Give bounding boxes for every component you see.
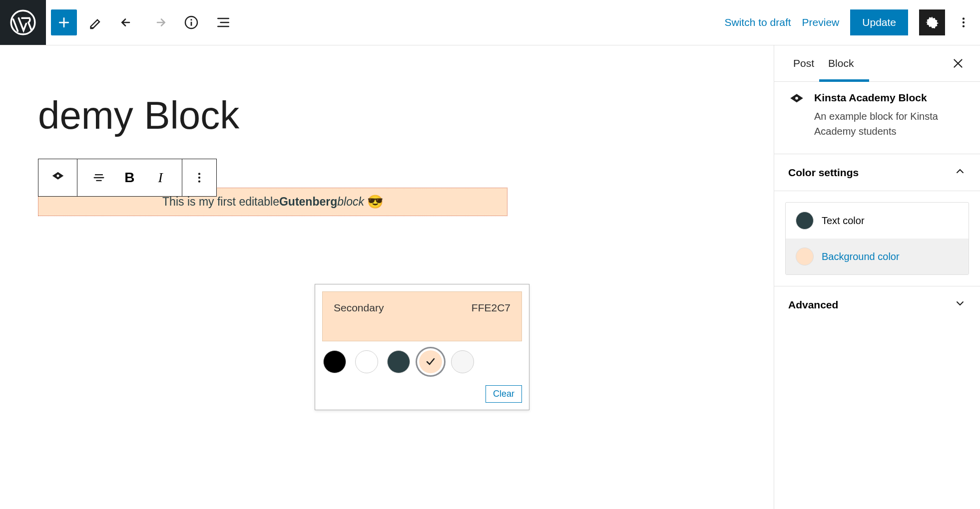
block-text-prefix: This is my first editable — [162, 195, 279, 209]
svg-point-2 — [190, 19, 192, 20]
toolbar-left — [0, 0, 237, 45]
text-format-group: B I — [77, 159, 182, 196]
chevron-up-icon — [954, 165, 966, 180]
undo-button[interactable] — [114, 9, 141, 36]
background-color-item[interactable]: Background color — [786, 239, 969, 274]
swatch-dark-teal[interactable] — [387, 350, 410, 373]
sidebar-tabs: Post Block — [774, 45, 980, 82]
svg-point-11 — [795, 97, 798, 100]
post-title[interactable]: demy Block — [38, 93, 239, 138]
info-button[interactable] — [178, 9, 205, 36]
block-text-italic: block — [337, 195, 364, 209]
more-options-button[interactable] — [956, 10, 971, 35]
block-formatting-toolbar: B I — [38, 159, 217, 197]
bold-button[interactable]: B — [119, 168, 139, 188]
svg-point-6 — [963, 25, 965, 27]
update-button[interactable]: Update — [850, 9, 908, 35]
edit-mode-button[interactable] — [82, 9, 109, 36]
outline-button[interactable] — [210, 9, 237, 36]
color-swatch-list — [322, 348, 522, 375]
block-description: An example block for Kinsta Academy stud… — [814, 109, 965, 139]
text-color-item[interactable]: Text color — [786, 203, 969, 239]
sunglasses-emoji-icon: 😎 — [367, 194, 383, 210]
switch-to-draft-button[interactable]: Switch to draft — [725, 16, 791, 28]
svg-point-9 — [198, 177, 200, 179]
text-color-label: Text color — [822, 215, 865, 227]
swatch-light-grey[interactable] — [451, 350, 474, 373]
background-color-label: Background color — [822, 251, 900, 262]
color-name-label: Secondary — [334, 302, 384, 314]
redo-button — [146, 9, 173, 36]
diamond-icon — [788, 92, 805, 139]
tab-block[interactable]: Block — [821, 45, 861, 81]
block-name: Kinsta Academy Block — [814, 92, 965, 104]
preview-button[interactable]: Preview — [802, 16, 840, 28]
align-button[interactable] — [89, 168, 109, 188]
color-settings-panel-toggle[interactable]: Color settings — [774, 154, 980, 191]
wordpress-logo-button[interactable] — [0, 0, 46, 45]
editor-top-toolbar: Switch to draft Preview Update — [0, 0, 980, 45]
svg-point-5 — [963, 21, 965, 23]
svg-point-7 — [56, 175, 59, 177]
swatch-secondary[interactable] — [419, 350, 442, 373]
svg-point-10 — [198, 180, 200, 182]
block-text-bold: Gutenberg — [279, 195, 337, 209]
swatch-black[interactable] — [323, 350, 346, 373]
close-sidebar-button[interactable] — [948, 53, 968, 73]
svg-point-8 — [198, 173, 200, 175]
swatch-white[interactable] — [355, 350, 378, 373]
block-description-section: Kinsta Academy Block An example block fo… — [774, 82, 980, 154]
settings-sidebar: Post Block Kinsta Academy Block An examp… — [774, 45, 980, 509]
advanced-label: Advanced — [788, 299, 838, 311]
italic-button[interactable]: I — [150, 168, 170, 188]
color-settings-panel: Text color Background color — [774, 191, 980, 286]
background-color-swatch — [796, 248, 814, 265]
block-type-button[interactable] — [38, 159, 77, 196]
tab-post[interactable]: Post — [786, 45, 821, 81]
add-block-button[interactable] — [51, 9, 77, 35]
toolbar-right: Switch to draft Preview Update — [725, 9, 980, 35]
text-color-swatch — [796, 212, 814, 230]
color-settings-label: Color settings — [788, 167, 859, 179]
advanced-panel-toggle[interactable]: Advanced — [774, 286, 980, 323]
chevron-down-icon — [954, 297, 966, 312]
svg-point-4 — [963, 17, 965, 19]
post-title-partial: demy Block — [38, 93, 239, 137]
block-more-options-button[interactable] — [182, 159, 216, 196]
color-picker-header: Secondary FFE2C7 — [322, 291, 522, 341]
editor-layout: demy Block B I This is my first editable… — [0, 45, 980, 509]
editor-canvas: demy Block B I This is my first editable… — [0, 45, 774, 509]
clear-color-button[interactable]: Clear — [486, 385, 522, 403]
settings-toggle-button[interactable] — [919, 9, 945, 35]
color-hex-value: FFE2C7 — [472, 302, 510, 314]
color-picker-popover: Secondary FFE2C7 Clear — [315, 284, 529, 410]
